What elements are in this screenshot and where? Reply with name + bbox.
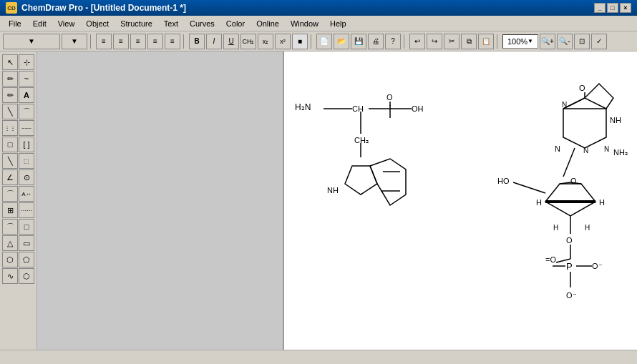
window-controls[interactable]: _ □ × [594, 3, 631, 13]
open-button[interactable]: 📂 [334, 34, 349, 49]
title-text: ChemDraw Pro - [Untitled Document-1 *] [21, 3, 594, 13]
undo-button[interactable]: ↩ [409, 34, 425, 49]
redo-button[interactable]: ↪ [427, 34, 442, 49]
menu-text[interactable]: Text [158, 18, 184, 29]
svg-text:NH: NH [610, 116, 621, 124]
rect-tool[interactable]: □ [2, 137, 18, 152]
svg-text:=O: =O [545, 255, 556, 264]
zoom-out-button[interactable]: 🔍- [557, 34, 573, 49]
bond-tool[interactable]: ~ [19, 71, 34, 87]
svg-line-36 [513, 182, 545, 193]
separator2 [183, 34, 186, 49]
eraser-tool[interactable]: ✏ [2, 87, 18, 103]
cut-button[interactable]: ✂ [444, 34, 459, 49]
font-size-dropdown[interactable]: ▼ [62, 34, 87, 49]
align-center-button[interactable]: ≡ [113, 34, 129, 49]
bracket-tool[interactable]: [ ] [19, 137, 34, 152]
menu-online[interactable]: Online [251, 18, 285, 29]
italic-button[interactable]: I [206, 34, 222, 49]
help-button[interactable]: ? [385, 34, 401, 49]
arrow-tool[interactable]: ╲ [2, 153, 18, 169]
zoom-fit-button[interactable]: ⊡ [574, 34, 590, 49]
rect2-tool[interactable]: ▭ [19, 235, 34, 251]
pen-tool[interactable]: ✏ [2, 71, 18, 87]
menu-object[interactable]: Object [80, 18, 115, 29]
atom-map-tool[interactable]: A↔ [19, 186, 34, 202]
svg-text:O: O [386, 93, 393, 102]
svg-text:H: H [585, 224, 590, 232]
menu-bar: File Edit View Object Structure Text Cur… [0, 16, 637, 31]
underline-button[interactable]: U [223, 34, 239, 49]
svg-text:N: N [604, 145, 609, 153]
print-button[interactable]: 🖨 [368, 34, 384, 49]
circle-tool[interactable]: ⊙ [19, 169, 34, 185]
align-justify-button[interactable]: ≡ [147, 34, 163, 49]
checkmark-button[interactable]: ✓ [591, 34, 607, 49]
angle-tool[interactable]: ∠ [2, 169, 18, 185]
zoom-level[interactable]: 100% ▼ [502, 34, 538, 49]
bold-button[interactable]: B [189, 34, 205, 49]
wave-tool[interactable]: ⌒ [2, 219, 18, 235]
triangle-tool[interactable]: △ [2, 235, 18, 251]
arc-tool[interactable]: ⌒ [2, 186, 18, 202]
pentagon-tool[interactable]: ⬠ [19, 252, 34, 267]
maximize-button[interactable]: □ [607, 3, 618, 13]
minimize-button[interactable]: _ [594, 3, 606, 13]
menu-edit[interactable]: Edit [27, 18, 52, 29]
subscript-ch2-button[interactable]: CH₂ [240, 34, 256, 49]
svg-text:H₂N: H₂N [295, 102, 311, 112]
align-left-button[interactable]: ≡ [96, 34, 112, 49]
select-tool[interactable]: ↖ [2, 54, 18, 70]
zoom-in-button[interactable]: 🔍+ [540, 34, 555, 49]
text-tool[interactable]: A [19, 87, 34, 103]
subscript-button[interactable]: x₂ [258, 34, 273, 49]
molecule-canvas[interactable]: H₂N CH O OH CH₂ [284, 51, 637, 350]
main-area: ↖ ⊹ ✏ ~ ✏ A ╲ ⌒ ⋮⋮ ~~~ □ [ ] ╲ ⬚ ∠ ⊙ [0, 51, 637, 350]
tool-row-14: ∿ ⬡ [2, 268, 34, 284]
align-extra-button[interactable]: ≡ [165, 34, 180, 49]
menu-color[interactable]: Color [220, 18, 251, 29]
tool-row-13: ⬡ ⬠ [2, 252, 34, 267]
zoom-dropdown-icon[interactable]: ▼ [527, 38, 533, 44]
color-picker-button[interactable]: ■ [292, 34, 308, 49]
paste-button[interactable]: 📋 [478, 34, 494, 49]
new-button[interactable]: 📄 [316, 34, 332, 49]
copy-button[interactable]: ⧉ [461, 34, 477, 49]
menu-view[interactable]: View [52, 18, 81, 29]
menu-structure[interactable]: Structure [115, 18, 158, 29]
menu-file[interactable]: File [3, 18, 27, 29]
svg-text:H: H [599, 198, 605, 207]
canvas-area[interactable]: H₂N CH O OH CH₂ [37, 51, 637, 350]
curve-tool[interactable]: ⌒ [19, 104, 34, 119]
close-button[interactable]: × [620, 3, 631, 13]
menu-curves[interactable]: Curves [184, 18, 220, 29]
svg-text:N: N [562, 101, 567, 109]
align-right-button[interactable]: ≡ [130, 34, 146, 49]
menu-help[interactable]: Help [324, 18, 352, 29]
separator [90, 34, 93, 49]
dotted-tool[interactable]: ⋯⋯ [19, 202, 34, 218]
lasso-tool[interactable]: ⊹ [19, 54, 34, 70]
hexagon-tool[interactable]: ⬡ [2, 252, 18, 267]
status-bar [0, 350, 637, 364]
svg-text:P: P [566, 261, 573, 272]
drawing-panel [37, 51, 284, 350]
tool-row-12: △ ▭ [2, 235, 34, 251]
app-icon: CD [6, 2, 17, 14]
wavy-bond-tool[interactable]: ~~~ [19, 120, 34, 136]
line-tool[interactable]: ╲ [2, 104, 18, 119]
grid-tool[interactable]: ⊞ [2, 202, 18, 218]
dashed-rect-tool[interactable]: ⬚ [19, 153, 34, 169]
dotted-bond-tool[interactable]: ⋮⋮ [2, 120, 18, 136]
sine-tool[interactable]: ∿ [2, 268, 18, 284]
square-tool[interactable]: □ [19, 219, 34, 235]
toolbar: ▼ ▼ ≡ ≡ ≡ ≡ ≡ B I U CH₂ x₂ x² ■ 📄 📂 💾 🖨 … [0, 31, 637, 51]
font-family-dropdown[interactable]: ▼ [3, 34, 60, 49]
svg-text:N: N [555, 144, 560, 153]
svg-text:O⁻: O⁻ [592, 262, 603, 270]
tool-row-7: ╲ ⬚ [2, 153, 34, 169]
superscript-button[interactable]: x² [275, 34, 291, 49]
menu-window[interactable]: Window [285, 18, 324, 29]
save-button[interactable]: 💾 [351, 34, 366, 49]
cyclo-tool[interactable]: ⬡ [19, 268, 34, 284]
